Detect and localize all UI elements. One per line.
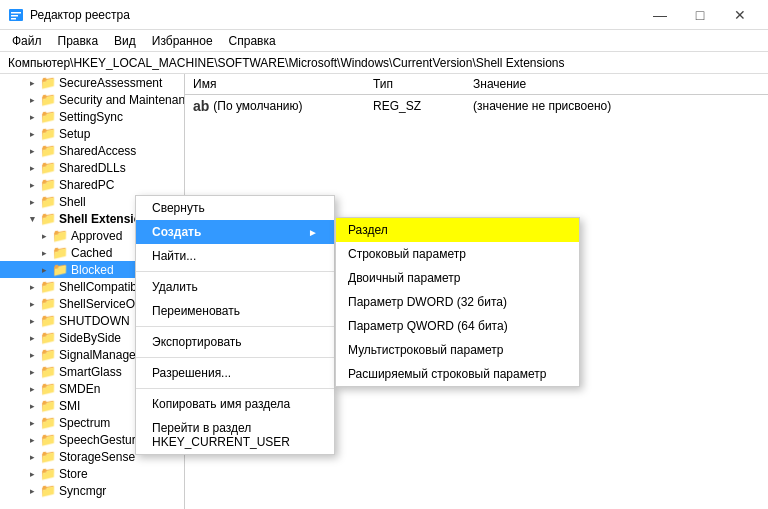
tree-item-label: Setup xyxy=(59,127,90,141)
submenu-multistring-label: Мультистроковый параметр xyxy=(348,343,504,357)
submenu-razdel[interactable]: Раздел xyxy=(336,218,579,242)
tree-item-label: StorageSense xyxy=(59,450,135,464)
tree-item-Setup[interactable]: ▸📁Setup xyxy=(0,125,184,142)
tree-item-SecurityAndMaintenance[interactable]: ▸📁Security and Maintenan... xyxy=(0,91,184,108)
tree-item-SecureAssessment[interactable]: ▸📁SecureAssessment xyxy=(0,74,184,91)
row-type: REG_SZ xyxy=(373,99,473,113)
row-name: ab (По умолчанию) xyxy=(193,98,373,114)
ctx-separator-3 xyxy=(136,357,334,358)
tree-item-label: Cached xyxy=(71,246,112,260)
ctx-rename-label: Переименовать xyxy=(152,304,240,318)
tree-item-label: SideBySide xyxy=(59,331,121,345)
ctx-create[interactable]: Создать ► xyxy=(136,220,334,244)
expand-icon: ▸ xyxy=(24,282,40,292)
tree-item-label: Store xyxy=(59,467,88,481)
submenu-multistring[interactable]: Мультистроковый параметр xyxy=(336,338,579,362)
tree-item-SharedPC[interactable]: ▸📁SharedPC xyxy=(0,176,184,193)
ctx-create-arrow: ► xyxy=(308,227,318,238)
folder-icon: 📁 xyxy=(40,75,56,90)
ctx-goto-hkcu[interactable]: Перейти в раздел HKEY_CURRENT_USER xyxy=(136,416,334,454)
tree-item-SharedDLLs[interactable]: ▸📁SharedDLLs xyxy=(0,159,184,176)
menu-item-файл[interactable]: Файл xyxy=(4,32,50,50)
tree-item-label: SignalManager xyxy=(59,348,140,362)
tree-item-SettingSync[interactable]: ▸📁SettingSync xyxy=(0,108,184,125)
table-row[interactable]: ab (По умолчанию) REG_SZ (значение не пр… xyxy=(185,95,768,117)
svg-rect-1 xyxy=(11,12,21,14)
ctx-copy-name[interactable]: Копировать имя раздела xyxy=(136,392,334,416)
ctx-create-label: Создать xyxy=(152,225,201,239)
address-path: Компьютер\HKEY_LOCAL_MACHINE\SOFTWARE\Mi… xyxy=(8,56,565,70)
folder-icon: 📁 xyxy=(40,296,56,311)
tree-item-label: SMI xyxy=(59,399,80,413)
submenu-string[interactable]: Строковый параметр xyxy=(336,242,579,266)
col-name-header: Имя xyxy=(193,77,373,91)
tree-item-label: SettingSync xyxy=(59,110,123,124)
tree-item-Store[interactable]: ▸📁Store xyxy=(0,465,184,482)
expand-icon: ▸ xyxy=(24,129,40,139)
folder-icon: 📁 xyxy=(40,364,56,379)
context-submenu[interactable]: Раздел Строковый параметр Двоичный парам… xyxy=(335,217,580,387)
folder-icon: 📁 xyxy=(52,245,68,260)
folder-icon: 📁 xyxy=(52,262,68,277)
app-title: Редактор реестра xyxy=(30,8,130,22)
ctx-find[interactable]: Найти... xyxy=(136,244,334,268)
folder-icon: 📁 xyxy=(40,211,56,226)
expand-icon: ▸ xyxy=(24,418,40,428)
ctx-rename[interactable]: Переименовать xyxy=(136,299,334,323)
expand-icon: ▸ xyxy=(24,333,40,343)
folder-icon: 📁 xyxy=(40,449,56,464)
close-button[interactable]: ✕ xyxy=(720,0,760,30)
ctx-collapse[interactable]: Свернуть xyxy=(136,196,334,220)
submenu-expandstring[interactable]: Расширяемый строковый параметр xyxy=(336,362,579,386)
submenu-dword-label: Параметр DWORD (32 бита) xyxy=(348,295,507,309)
ctx-separator-1 xyxy=(136,271,334,272)
tree-item-SharedAccess[interactable]: ▸📁SharedAccess xyxy=(0,142,184,159)
expand-icon: ▸ xyxy=(24,401,40,411)
submenu-binary-label: Двоичный параметр xyxy=(348,271,461,285)
ctx-separator-4 xyxy=(136,388,334,389)
tree-item-label: Spectrum xyxy=(59,416,110,430)
ctx-separator-2 xyxy=(136,326,334,327)
submenu-qword[interactable]: Параметр QWORD (64 бита) xyxy=(336,314,579,338)
submenu-dword[interactable]: Параметр DWORD (32 бита) xyxy=(336,290,579,314)
folder-icon: 📁 xyxy=(40,109,56,124)
submenu-binary[interactable]: Двоичный параметр xyxy=(336,266,579,290)
col-type-header: Тип xyxy=(373,77,473,91)
folder-icon: 📁 xyxy=(40,330,56,345)
maximize-button[interactable]: □ xyxy=(680,0,720,30)
minimize-button[interactable]: — xyxy=(640,0,680,30)
expand-icon: ▸ xyxy=(24,384,40,394)
folder-icon: 📁 xyxy=(40,313,56,328)
expand-icon: ▸ xyxy=(24,316,40,326)
folder-icon: 📁 xyxy=(40,194,56,209)
submenu-razdel-label: Раздел xyxy=(348,223,388,237)
tree-item-label: SmartGlass xyxy=(59,365,122,379)
expand-icon: ▾ xyxy=(24,214,40,224)
tree-item-Syncmgr[interactable]: ▸📁Syncmgr xyxy=(0,482,184,499)
svg-rect-2 xyxy=(11,15,18,17)
ctx-delete[interactable]: Удалить xyxy=(136,275,334,299)
menu-item-вид[interactable]: Вид xyxy=(106,32,144,50)
context-menu[interactable]: Свернуть Создать ► Найти... Удалить Пере… xyxy=(135,195,335,455)
tree-item-label: Approved xyxy=(71,229,122,243)
address-bar: Компьютер\HKEY_LOCAL_MACHINE\SOFTWARE\Mi… xyxy=(0,52,768,74)
tree-item-label: Security and Maintenan... xyxy=(59,93,185,107)
folder-icon: 📁 xyxy=(40,92,56,107)
expand-icon: ▸ xyxy=(24,435,40,445)
tree-item-label: SharedPC xyxy=(59,178,114,192)
folder-icon: 📁 xyxy=(40,279,56,294)
menu-item-правка[interactable]: Правка xyxy=(50,32,107,50)
menu-item-избранное[interactable]: Избранное xyxy=(144,32,221,50)
expand-icon: ▸ xyxy=(24,197,40,207)
folder-icon: 📁 xyxy=(40,143,56,158)
folder-icon: 📁 xyxy=(40,347,56,362)
title-bar-left: Редактор реестра xyxy=(8,7,130,23)
ctx-permissions[interactable]: Разрешения... xyxy=(136,361,334,385)
ctx-export-label: Экспортировать xyxy=(152,335,242,349)
tree-item-label: SharedAccess xyxy=(59,144,136,158)
folder-icon: 📁 xyxy=(40,177,56,192)
title-bar: Редактор реестра — □ ✕ xyxy=(0,0,768,30)
ctx-delete-label: Удалить xyxy=(152,280,198,294)
ctx-export[interactable]: Экспортировать xyxy=(136,330,334,354)
menu-item-справка[interactable]: Справка xyxy=(221,32,284,50)
